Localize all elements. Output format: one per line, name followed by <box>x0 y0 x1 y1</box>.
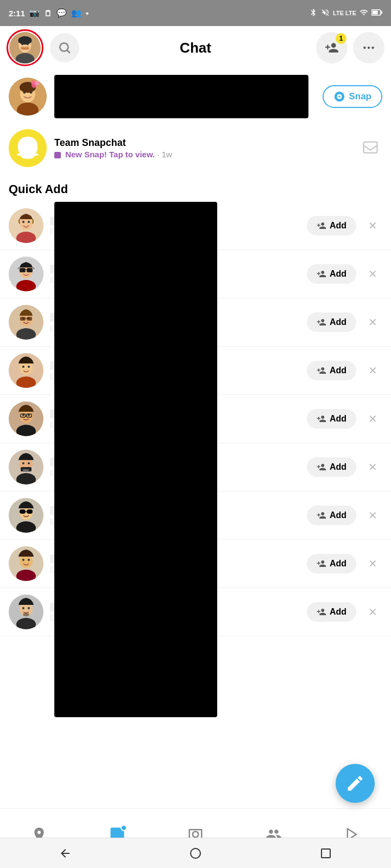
svg-point-11 <box>363 47 365 49</box>
status-sms-icon: 🗒 <box>44 9 52 18</box>
search-button[interactable] <box>50 33 79 62</box>
header: Chat 1 <box>0 26 391 69</box>
bluetooth-icon <box>309 8 318 18</box>
dismiss-button-6[interactable]: ✕ <box>363 457 382 477</box>
add-button-1[interactable]: Add <box>307 216 356 235</box>
svg-rect-46 <box>20 317 26 321</box>
add-label-1: Add <box>330 221 346 231</box>
dismiss-button-4[interactable]: ✕ <box>363 361 382 380</box>
android-back-button[interactable] <box>43 847 87 860</box>
add-label-2: Add <box>330 269 346 279</box>
svg-point-22 <box>31 80 35 85</box>
avatar-svg <box>9 32 41 63</box>
add-button-8[interactable]: Add <box>307 554 356 573</box>
dismiss-button-1[interactable]: ✕ <box>363 216 382 235</box>
add-button-7[interactable]: Add <box>307 506 356 525</box>
android-recents-button[interactable] <box>304 848 348 858</box>
svg-point-10 <box>60 43 68 51</box>
add-label-4: Add <box>330 366 346 375</box>
status-photo-icon: 📷 <box>29 8 40 18</box>
svg-point-13 <box>371 47 374 49</box>
svg-point-12 <box>368 47 370 49</box>
add-button-6[interactable]: Add <box>307 457 356 477</box>
chat-notification-dot <box>121 825 127 831</box>
svg-rect-73 <box>20 509 26 514</box>
qa-avatar-6: MASK <box>9 450 43 484</box>
dismiss-button-9[interactable]: ✕ <box>363 602 382 622</box>
add-button-3[interactable]: Add <box>307 312 356 332</box>
svg-point-80 <box>28 559 30 561</box>
compose-fab[interactable] <box>336 764 375 803</box>
header-actions: 1 <box>316 32 384 63</box>
svg-text:MASK: MASK <box>23 469 29 471</box>
quick-add-list: Add ✕ <box>0 202 391 636</box>
add-friend-button[interactable]: 1 <box>316 32 348 63</box>
qa-avatar-8 <box>9 546 43 581</box>
add-label-5: Add <box>330 414 346 424</box>
chat-time: · 1w <box>157 150 172 159</box>
android-home-button[interactable] <box>174 848 217 859</box>
svg-point-53 <box>28 366 30 368</box>
svg-point-79 <box>22 559 24 561</box>
add-button-2[interactable]: Add <box>307 264 356 284</box>
qa-avatar-3 <box>9 305 43 340</box>
chat-message-icon <box>358 136 382 160</box>
svg-point-32 <box>28 221 30 223</box>
svg-rect-39 <box>27 268 33 272</box>
svg-rect-2 <box>381 11 383 14</box>
svg-rect-9 <box>21 47 29 50</box>
add-label-9: Add <box>330 607 346 617</box>
svg-rect-1 <box>373 10 378 14</box>
svg-rect-47 <box>27 317 32 321</box>
quick-add-header: Quick Add <box>0 173 391 202</box>
dismiss-button-7[interactable]: ✕ <box>363 506 382 525</box>
snap-button[interactable]: Snap <box>323 85 382 108</box>
snapchat-ghost <box>9 129 47 167</box>
add-button-5[interactable]: Add <box>307 409 356 429</box>
snap-label: Snap <box>349 91 371 102</box>
chat-sub-snapchat: New Snap! Tap to view. · 1w <box>54 150 351 159</box>
dismiss-button-5[interactable]: ✕ <box>363 409 382 429</box>
svg-point-31 <box>22 221 24 223</box>
svg-point-85 <box>28 607 30 609</box>
android-nav-bar <box>0 838 391 868</box>
quick-add-title: Quick Add <box>9 182 68 196</box>
more-options-button[interactable] <box>353 32 384 63</box>
add-button-9[interactable]: Add <box>307 602 356 622</box>
compose-icon <box>345 774 365 793</box>
dismiss-button-8[interactable]: ✕ <box>363 554 382 573</box>
my-avatar[interactable] <box>9 32 41 63</box>
svg-point-86 <box>23 613 29 616</box>
dismiss-button-2[interactable]: ✕ <box>363 264 382 284</box>
svg-rect-38 <box>20 268 26 272</box>
qa-avatar-5 <box>9 401 43 436</box>
status-left: 2:11 📷 🗒 💬 👥 • <box>9 8 89 18</box>
svg-point-25 <box>339 95 341 98</box>
svg-point-52 <box>22 366 24 368</box>
status-teams-icon: 👥 <box>71 8 81 18</box>
dismiss-button-3[interactable]: ✕ <box>363 312 382 332</box>
add-button-4[interactable]: Add <box>307 361 356 380</box>
chat-content-snapchat: Team Snapchat New Snap! Tap to view. · 1… <box>54 137 351 159</box>
chat-item-redacted[interactable]: Snap <box>0 69 391 124</box>
qa-avatar-4 <box>9 353 43 388</box>
chat-sub-text: New Snap! Tap to view. <box>65 150 155 159</box>
lte-icon: LTE LTE <box>333 10 356 16</box>
add-label-7: Add <box>330 510 346 520</box>
add-label-3: Add <box>330 317 346 327</box>
notification-badge: 1 <box>336 33 346 44</box>
status-dot: • <box>86 9 89 18</box>
status-messenger-icon: 💬 <box>56 8 67 18</box>
mute-icon <box>321 8 330 18</box>
header-title: Chat <box>180 40 211 56</box>
add-label-8: Add <box>330 559 346 569</box>
chat-name-snapchat: Team Snapchat <box>54 137 351 149</box>
qa-avatar-9 <box>9 595 43 629</box>
chat-item-team-snapchat[interactable]: Team Snapchat New Snap! Tap to view. · 1… <box>0 124 391 173</box>
chat-avatar-1 <box>9 78 47 116</box>
my-avatar-wrapper[interactable] <box>7 29 43 66</box>
chat-avatar-snapchat <box>9 129 47 167</box>
status-bar: 2:11 📷 🗒 💬 👥 • LTE LTE <box>0 0 391 26</box>
svg-rect-74 <box>27 509 33 514</box>
names-redacted-block <box>54 202 217 717</box>
